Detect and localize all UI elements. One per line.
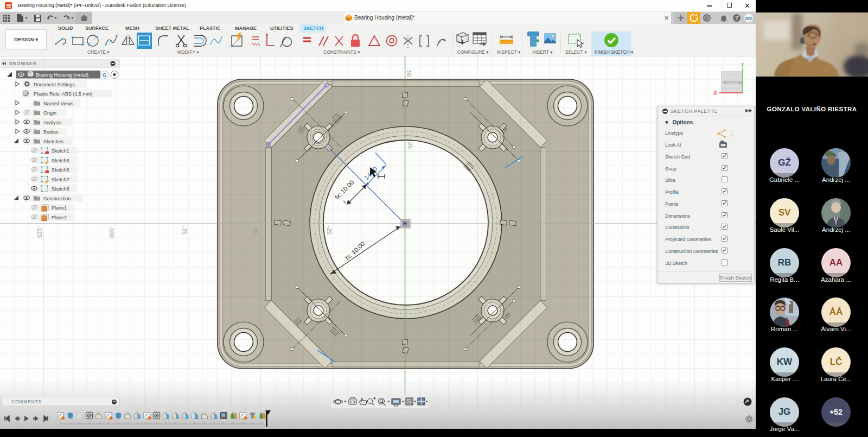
svg-text:?: ? <box>735 15 738 21</box>
svg-text:25: 25 <box>407 142 413 149</box>
svg-text:-75: -75 <box>181 226 188 235</box>
svg-text:Named Views: Named Views <box>43 101 74 106</box>
svg-text:✕: ✕ <box>664 15 669 21</box>
svg-text:Sketch6: Sketch6 <box>52 167 69 173</box>
svg-text:Y: Y <box>741 62 744 68</box>
svg-text:50: 50 <box>406 71 412 77</box>
svg-text:Sketch1: Sketch1 <box>52 148 69 154</box>
svg-text:X: X <box>713 90 717 96</box>
svg-text:Plane1: Plane1 <box>52 205 67 211</box>
svg-text:GV: GV <box>745 16 752 21</box>
svg-text:Bodies: Bodies <box>43 129 59 135</box>
svg-text:-125: -125 <box>36 226 43 238</box>
svg-text:Origin: Origin <box>43 110 56 116</box>
svg-text:Sketch7: Sketch7 <box>52 177 69 182</box>
svg-text:Sketch8: Sketch8 <box>52 186 69 192</box>
svg-text:Construction: Construction <box>43 196 71 201</box>
svg-text:Plastic Rule: ABS (1,5 mm): Plastic Rule: ABS (1,5 mm) <box>34 91 93 97</box>
svg-text:BOTTOM: BOTTOM <box>723 80 743 85</box>
svg-text:Document Settings: Document Settings <box>34 82 75 87</box>
svg-text:Analysis: Analysis <box>43 120 62 125</box>
svg-text:-100: -100 <box>108 226 115 238</box>
svg-text:Bearing Housing (metal)*: Bearing Housing (metal)* <box>354 15 415 21</box>
svg-text:-25: -25 <box>326 226 333 235</box>
svg-text:-50: -50 <box>253 226 259 235</box>
svg-text:Plane2: Plane2 <box>52 215 67 220</box>
svg-text:Sketches: Sketches <box>43 139 64 144</box>
svg-text:Sketch5: Sketch5 <box>52 158 69 163</box>
